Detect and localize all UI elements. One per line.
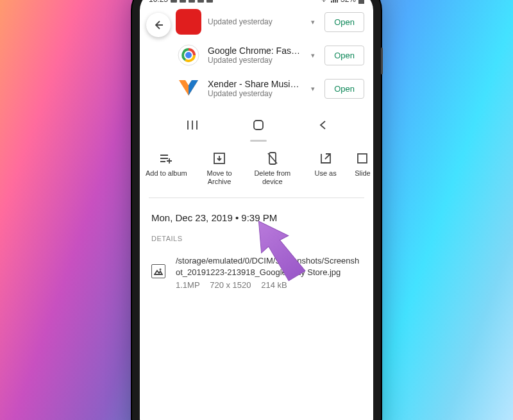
delete-device-icon [265, 151, 280, 165]
app-title: Google Chrome: Fast & Secure [208, 46, 301, 56]
app-text-block: Xender - Share Music&Video, Transfer Upd… [208, 79, 301, 98]
use-as-button[interactable]: Use as [299, 151, 352, 186]
action-label: Move toArchive [207, 169, 232, 186]
delete-from-device-button[interactable]: Delete fromdevice [246, 151, 299, 186]
svg-rect-10 [358, 154, 367, 163]
phone-screen: 10:23 ••• 32% Updated yesterda [140, 0, 373, 420]
action-label: Add to album [146, 169, 187, 178]
status-time: 10:23 [149, 0, 168, 4]
app-icon [176, 9, 201, 35]
status-left: 10:23 ••• [149, 0, 222, 4]
app-subtitle: Updated yesterday [208, 17, 301, 26]
chrome-icon [176, 42, 201, 68]
notif-icon [171, 0, 177, 3]
open-button[interactable]: Open [324, 79, 364, 99]
details-heading: DETAILS [140, 230, 373, 248]
chevron-down-icon[interactable]: ▾ [308, 18, 318, 26]
battery-icon [358, 0, 364, 4]
open-button[interactable]: Open [324, 46, 364, 65]
signal-icon [330, 0, 338, 3]
add-album-icon [159, 151, 173, 165]
file-megapixels: 1.1MP [176, 280, 200, 290]
app-row[interactable]: Xender - Share Music&Video, Transfer Upd… [140, 72, 373, 105]
chevron-down-icon[interactable]: ▾ [308, 85, 318, 93]
notif-icon [206, 0, 213, 3]
slideshow-button[interactable]: Slide [352, 151, 373, 186]
file-info: /storage/emulated/0/DCIM/Screenshots/Scr… [176, 255, 362, 290]
notif-icon [189, 0, 195, 3]
move-to-archive-button[interactable]: Move toArchive [193, 151, 246, 186]
nav-back-button[interactable] [305, 116, 340, 137]
svg-rect-7 [254, 121, 263, 130]
file-size: 214 kB [261, 280, 287, 290]
svg-rect-2 [360, 0, 363, 3]
file-meta: 1.1MP 720 x 1520 214 kB [176, 280, 362, 290]
svg-point-11 [160, 269, 162, 271]
home-icon [253, 119, 264, 131]
status-battery-text: 32% [341, 0, 356, 4]
action-label: Delete fromdevice [254, 169, 290, 186]
add-to-album-button[interactable]: Add to album [140, 151, 193, 186]
archive-icon [212, 151, 226, 165]
use-as-icon [319, 151, 333, 165]
recents-icon [186, 120, 199, 130]
app-row[interactable]: Google Chrome: Fast & Secure Updated yes… [140, 38, 373, 72]
phone-side-button [381, 47, 383, 74]
app-row[interactable]: Updated yesterday ▾ Open [140, 8, 373, 38]
divider [149, 197, 364, 198]
app-title: Xender - Share Music&Video, Transfer [208, 79, 301, 89]
notif-icon [198, 0, 204, 3]
photo-action-bar: Add to album Move toArchive Delete fromd… [140, 142, 373, 194]
image-file-icon [151, 264, 165, 278]
arrow-left-icon [153, 19, 164, 31]
chevron-down-icon[interactable]: ▾ [308, 51, 318, 60]
status-right: 32% [320, 0, 364, 4]
file-dimensions: 720 x 1520 [210, 280, 251, 290]
system-nav-bar [140, 110, 373, 142]
nav-home-button[interactable] [240, 115, 277, 138]
action-label: Slide [355, 169, 370, 178]
back-icon [318, 120, 327, 130]
app-text-block: Google Chrome: Fast & Secure Updated yes… [208, 46, 301, 65]
action-label: Use as [314, 169, 336, 178]
slideshow-icon [355, 151, 369, 165]
nav-recents-button[interactable] [173, 116, 212, 137]
status-more-icon: ••• [215, 0, 222, 4]
photo-timestamp: Mon, Dec 23, 2019 • 9:39 PM [140, 202, 373, 230]
app-subtitle: Updated yesterday [208, 89, 301, 98]
file-details-row: /storage/emulated/0/DCIM/Screenshots/Scr… [140, 248, 373, 298]
xender-icon [176, 76, 201, 101]
phone-frame: 10:23 ••• 32% Updated yesterda [132, 0, 381, 420]
status-bar: 10:23 ••• 32% [140, 0, 373, 8]
file-path: /storage/emulated/0/DCIM/Screenshots/Scr… [176, 255, 362, 278]
app-text-block: Updated yesterday [208, 17, 301, 26]
back-button[interactable] [146, 13, 171, 37]
app-subtitle: Updated yesterday [208, 56, 301, 65]
wifi-icon [320, 0, 328, 3]
notif-icon [180, 0, 186, 3]
open-button[interactable]: Open [324, 12, 364, 32]
